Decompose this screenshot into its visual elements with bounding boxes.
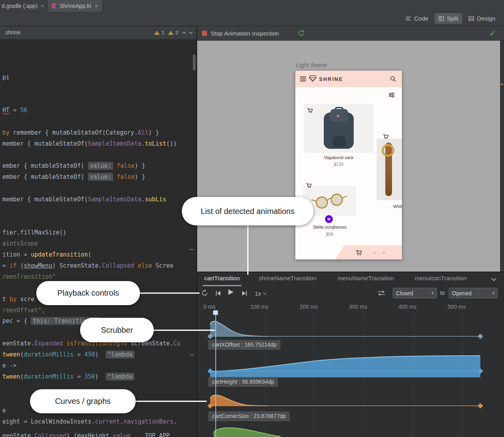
curve-partial — [197, 426, 504, 437]
cart-item-dot — [383, 252, 385, 254]
inspections-widget[interactable]: 1 2 — [154, 30, 193, 36]
success-check-icon: ✓ — [489, 29, 496, 38]
code-token: ()) — [166, 140, 177, 147]
tab-row-divider — [0, 12, 504, 12]
refresh-icon[interactable] — [298, 30, 304, 37]
code-token: = — [9, 107, 20, 114]
keyframe-diamond[interactable] — [478, 334, 483, 339]
code-token — [134, 262, 138, 269]
chevron-up-icon[interactable] — [182, 31, 187, 34]
design-view-button[interactable]: Design — [465, 13, 499, 24]
ruler-label: 0 ms — [203, 304, 215, 310]
play-icon[interactable] — [227, 289, 234, 296]
scrubber-handle[interactable] — [213, 310, 218, 315]
stop-icon[interactable] — [202, 31, 207, 36]
stop-animation-inspection-button[interactable]: Stop Animation Inspection — [211, 30, 279, 37]
close-icon[interactable]: × — [41, 3, 44, 9]
go-to-end-icon[interactable] — [241, 291, 247, 296]
from-state-select[interactable]: Closed ▾ — [393, 288, 437, 298]
editor-scrollbar[interactable] — [193, 54, 196, 70]
code-token: reenTransition" — [2, 273, 56, 280]
code-token: e — [2, 407, 6, 414]
code-token: e -> — [2, 362, 17, 369]
tab-shrineapp[interactable]: ShrineApp.kt × — [48, 0, 102, 12]
preview-scroll-strip[interactable] — [500, 41, 504, 272]
code-line: reenTransition" — [2, 273, 56, 281]
code-token: value: — [88, 173, 113, 181]
split-view-button[interactable]: Split — [435, 13, 462, 24]
swap-states-icon[interactable] — [377, 290, 386, 296]
code-view-button[interactable]: Code — [401, 13, 432, 24]
code-token: = — [2, 262, 9, 269]
code-line: tween(durationMillis = 350) ^lambda — [2, 373, 134, 381]
ruler-label: 300 ms — [349, 304, 367, 310]
product-name: Vagabond sack — [304, 155, 373, 160]
code-token: ( — [84, 140, 88, 147]
code-token: ( — [84, 196, 88, 203]
add-to-cart-icon — [306, 183, 312, 188]
brand-badge: M — [325, 215, 333, 223]
code-editor[interactable]: piHT = 56by remember { mutableStateOf(Ca… — [0, 39, 196, 437]
animation-tab-menuIconTransition[interactable]: menuIconTransition — [413, 275, 468, 285]
mode-label: Design — [477, 15, 495, 22]
code-token: All — [138, 129, 148, 136]
to-state-select[interactable]: Opened ▾ — [449, 288, 498, 298]
code-token: tween — [2, 373, 20, 380]
code-token: (Category. — [102, 129, 138, 136]
callout-detected-animations: List of detected animations — [182, 197, 314, 225]
code-token: member — [2, 196, 27, 203]
code-token: fillMaxSize — [20, 229, 59, 236]
code-token: mutableStateOf — [31, 173, 80, 180]
shrine-app-preview: SHRINE ♥ Vagabond sack $120 Whit — [295, 70, 402, 260]
code-token: mutableStateOf — [31, 162, 80, 169]
code-token: 350 — [84, 373, 95, 380]
to-state-value: Opened — [452, 290, 472, 296]
fold-mark — [190, 354, 194, 355]
code-token: value — [113, 432, 131, 437]
code-token: if — [9, 262, 17, 269]
code-token: scre — [17, 296, 34, 303]
code-token: { — [24, 173, 31, 180]
fold-mark — [190, 249, 194, 250]
code-line: ember { mutableStateOf( value: false) } — [2, 173, 145, 181]
code-token: 56 — [20, 107, 27, 114]
code-token: durationMillis — [24, 373, 73, 380]
code-token: { — [45, 129, 52, 136]
code-token: pi — [2, 74, 9, 81]
code-token: Scree — [152, 262, 173, 269]
chevron-down-icon[interactable] — [189, 31, 193, 34]
code-token: LocalWindowInsets — [31, 418, 91, 425]
code-line: t by scre — [2, 295, 34, 303]
chevron-down-icon[interactable] — [491, 278, 497, 281]
design-icon — [469, 16, 474, 21]
code-token: SampleItemsData — [88, 140, 141, 147]
animation-tab-menuNameTransition[interactable]: menuNameTransition — [336, 275, 396, 285]
code-token: . — [174, 418, 177, 425]
tab-build-gradle[interactable]: d.gradle (:app) × — [0, 0, 48, 12]
code-line: e -> — [2, 362, 17, 369]
scrubber-line[interactable] — [215, 311, 216, 437]
ruler-label: 100 ms — [250, 304, 269, 310]
cart-bottom-sheet[interactable] — [335, 245, 402, 260]
code-token: ( — [81, 162, 88, 169]
code-line: = if (showMenu) ScreenState.Collapsed el… — [2, 262, 174, 270]
preview-canvas: Light theme SHRINE ♥ Vagabond sack $120 — [197, 41, 504, 272]
code-token: eenState — [2, 432, 34, 437]
code-token: current — [95, 418, 120, 425]
breadcrumb[interactable]: .shrine — [4, 29, 21, 36]
close-icon[interactable]: × — [95, 3, 98, 9]
code-token: ) — [95, 373, 106, 380]
keyframe-diamond[interactable] — [478, 403, 483, 409]
code-token: ) — [95, 351, 106, 358]
loop-playback-icon[interactable] — [201, 289, 208, 296]
animation-tab-shrineNameTransition[interactable]: shrineNameTransition — [257, 275, 318, 285]
code-token: durationMillis — [24, 351, 73, 358]
to-label: to — [440, 290, 445, 296]
code-token: ( — [17, 262, 24, 269]
go-to-start-icon[interactable] — [215, 291, 221, 296]
playback-speed-select[interactable]: 1x — [255, 290, 267, 297]
code-token: 450 — [84, 351, 95, 358]
animation-tab-cartTransition[interactable]: cartTransition — [203, 275, 241, 286]
kotlin-file-icon — [52, 4, 57, 9]
code-token: member — [2, 140, 27, 147]
